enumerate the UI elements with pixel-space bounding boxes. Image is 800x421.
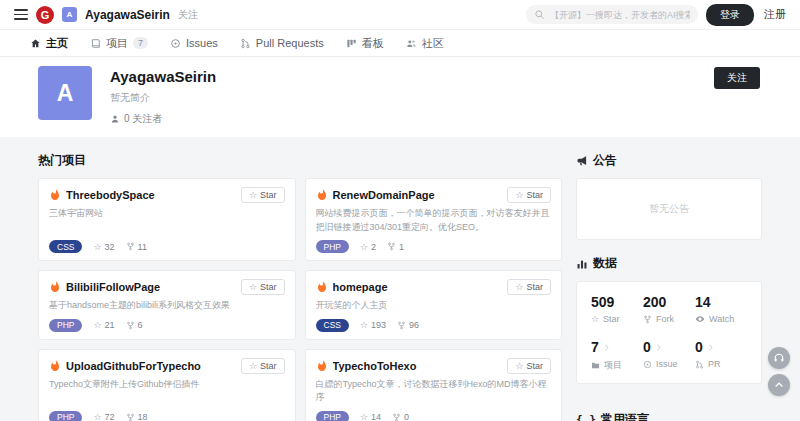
star-icon: ☆ — [249, 190, 257, 200]
login-button[interactable]: 登录 — [706, 4, 754, 26]
stat-pull-requests[interactable]: 0 PR — [695, 339, 747, 372]
stats-title: 数据 — [576, 255, 762, 272]
topbar-user-name[interactable]: AyagawaSeirin — [85, 8, 170, 22]
stat-label: 项目 — [604, 359, 622, 372]
fork-count-value: 6 — [138, 320, 143, 330]
stat-label: Star — [603, 314, 620, 324]
announcement-title-text: 公告 — [593, 152, 617, 169]
project-name[interactable]: RenewDomainPage — [333, 189, 503, 201]
stat-watch[interactable]: 14 Watch — [695, 294, 747, 324]
star-count: ☆14 — [360, 412, 381, 421]
pull-request-icon — [240, 38, 251, 49]
followers-count[interactable]: 0 关注者 — [110, 112, 216, 126]
person-icon — [110, 114, 120, 124]
gitee-logo[interactable]: G — [36, 6, 54, 24]
stats-box: 509 ☆Star 200 Fork 14 Watch 7 项目 0 Issue… — [576, 281, 762, 384]
stat-projects[interactable]: 7 项目 — [591, 339, 643, 372]
follow-button[interactable]: 关注 — [714, 67, 760, 89]
star-icon: ☆ — [515, 190, 523, 200]
headset-icon — [773, 352, 785, 364]
profile-header: A AyagawaSeirin 暂无简介 0 关注者 关注 — [0, 57, 800, 137]
flame-icon — [316, 189, 328, 201]
languages-title-text: 常用语言 — [601, 411, 649, 421]
tab-projects[interactable]: 项目 7 — [90, 36, 148, 51]
project-description: 网站续费提示页面，一个简单的提示页面，对访客友好并且把旧链接通过304/301重… — [316, 207, 552, 234]
search-icon — [534, 9, 545, 20]
project-name[interactable]: ThreebodySpace — [66, 189, 236, 201]
project-card[interactable]: homepage ☆Star 开玩笑的个人主页 CSS ☆193 96 — [305, 270, 563, 340]
announcement-box: 暂无公告 — [576, 178, 762, 240]
hamburger-menu-icon[interactable] — [14, 9, 28, 20]
star-count-value: 2 — [371, 242, 376, 252]
star-count: ☆72 — [93, 412, 114, 421]
stat-value: 0 — [695, 339, 703, 355]
star-icon: ☆ — [515, 361, 523, 371]
star-icon: ☆ — [591, 314, 599, 324]
project-card[interactable]: UploadGithubForTypecho ☆Star Typecho文章附件… — [38, 349, 296, 421]
star-button[interactable]: ☆Star — [241, 187, 285, 203]
tab-board[interactable]: 看板 — [346, 36, 384, 51]
right-sidebar: 公告 暂无公告 数据 509 ☆Star 200 Fork 14 Watch 7 — [576, 137, 762, 421]
tab-label: 社区 — [422, 36, 444, 51]
fork-icon — [643, 315, 652, 324]
star-count: ☆2 — [360, 242, 376, 252]
star-button[interactable]: ☆Star — [241, 279, 285, 295]
search-input[interactable] — [550, 10, 690, 20]
flame-icon — [316, 281, 328, 293]
project-description: 白嫖的Typecho文章，讨论数据迁移到Hexo的MD博客小程序 — [316, 378, 552, 405]
back-to-top-button[interactable] — [768, 374, 790, 396]
stat-star[interactable]: 509 ☆Star — [591, 294, 643, 324]
tab-issues[interactable]: Issues — [170, 37, 218, 49]
stat-fork[interactable]: 200 Fork — [643, 294, 695, 324]
project-card[interactable]: ThreebodySpace ☆Star 三体宇宙网站 CSS ☆32 11 — [38, 178, 296, 261]
star-icon: ☆ — [93, 320, 101, 330]
register-link[interactable]: 注册 — [764, 7, 786, 22]
project-description: 三体宇宙网站 — [49, 207, 285, 221]
stat-issues[interactable]: 0 Issue — [643, 339, 695, 372]
project-card[interactable]: TypechoToHexo ☆Star 白嫖的Typecho文章，讨论数据迁移到… — [305, 349, 563, 421]
star-button[interactable]: ☆Star — [507, 279, 551, 295]
fork-count: 6 — [126, 320, 143, 330]
star-button[interactable]: ☆Star — [507, 358, 551, 374]
star-icon: ☆ — [360, 412, 368, 421]
search-bar[interactable] — [526, 5, 698, 24]
star-button-label: Star — [260, 190, 277, 200]
project-name[interactable]: UploadGithubForTypecho — [66, 360, 236, 372]
topbar-user-avatar[interactable]: A — [62, 7, 77, 22]
flame-icon — [49, 189, 61, 201]
support-button[interactable] — [768, 347, 790, 369]
fork-count: 11 — [126, 242, 147, 252]
fork-icon — [387, 242, 396, 251]
star-button[interactable]: ☆Star — [241, 358, 285, 374]
issue-icon — [170, 38, 181, 49]
topbar-follow-text[interactable]: 关注 — [178, 8, 198, 22]
project-name[interactable]: BilibiliFollowPage — [66, 281, 236, 293]
tab-community[interactable]: 社区 — [406, 36, 444, 51]
profile-avatar[interactable]: A — [38, 66, 92, 120]
fork-count-value: 11 — [138, 242, 147, 252]
tab-pull-requests[interactable]: Pull Requests — [240, 37, 324, 49]
pull-request-icon — [695, 360, 704, 369]
tab-label: 看板 — [362, 36, 384, 51]
project-name[interactable]: homepage — [333, 281, 503, 293]
projects-count-badge: 7 — [133, 37, 148, 49]
project-card[interactable]: BilibiliFollowPage ☆Star 基于handsome主题的bi… — [38, 270, 296, 340]
project-card[interactable]: RenewDomainPage ☆Star 网站续费提示页面，一个简单的提示页面… — [305, 178, 563, 261]
tab-home[interactable]: 主页 — [30, 36, 68, 51]
star-icon: ☆ — [249, 282, 257, 292]
popular-projects-title: 热门项目 — [38, 152, 562, 169]
issue-icon — [643, 360, 652, 369]
main-content: 热门项目 ThreebodySpace ☆Star 三体宇宙网站 CSS ☆32… — [0, 137, 800, 421]
project-name[interactable]: TypechoToHexo — [333, 360, 503, 372]
folder-icon — [591, 361, 600, 370]
fork-count-value: 0 — [404, 412, 409, 421]
project-description: 开玩笑的个人主页 — [316, 299, 552, 313]
star-button[interactable]: ☆Star — [507, 187, 551, 203]
star-count: ☆21 — [93, 320, 114, 330]
top-navbar: G A AyagawaSeirin 关注 登录 注册 — [0, 0, 800, 30]
arrow-up-icon — [773, 379, 785, 391]
profile-bio: 暂无简介 — [110, 91, 216, 105]
flame-icon — [49, 360, 61, 372]
star-icon: ☆ — [360, 242, 368, 252]
chevron-right-icon — [602, 343, 611, 352]
